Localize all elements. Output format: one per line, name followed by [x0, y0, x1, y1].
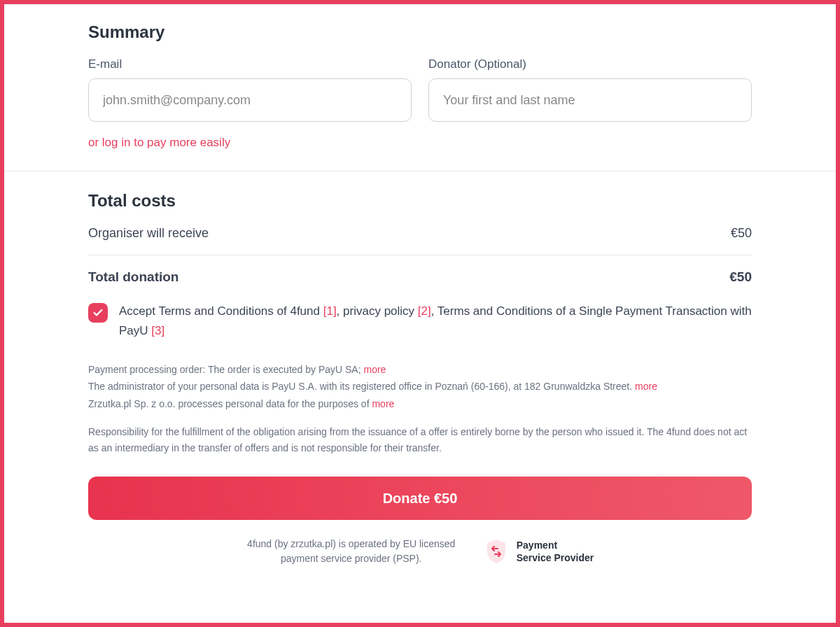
terms-part2: , privacy policy	[337, 304, 418, 318]
psp-line2: Service Provider	[517, 551, 594, 564]
terms-row: Accept Terms and Conditions of 4fund [1]…	[88, 302, 752, 341]
costs-heading: Total costs	[88, 191, 752, 211]
psp-line1: Payment	[517, 539, 594, 551]
email-group: E-mail	[88, 57, 412, 122]
organiser-label: Organiser will receive	[88, 226, 209, 241]
terms-text: Accept Terms and Conditions of 4fund [1]…	[119, 302, 752, 341]
fine-print: Payment processing order: The order is e…	[88, 362, 752, 456]
total-row: Total donation €50	[88, 269, 752, 285]
email-label: E-mail	[88, 57, 412, 71]
psp-badge: Payment Service Provider	[484, 538, 594, 565]
donator-group: Donator (Optional)	[428, 57, 752, 122]
summary-section: Summary E-mail Donator (Optional) or log…	[4, 4, 836, 171]
more-link-1[interactable]: more	[364, 364, 386, 375]
donate-button[interactable]: Donate €50	[88, 477, 752, 520]
donator-label: Donator (Optional)	[428, 57, 752, 71]
terms-part1: Accept Terms and Conditions of 4fund	[119, 304, 323, 318]
fine-line2: The administrator of your personal data …	[88, 381, 635, 392]
psp-label: Payment Service Provider	[517, 539, 594, 564]
terms-checkbox[interactable]	[88, 303, 108, 323]
summary-heading: Summary	[88, 22, 752, 42]
more-link-3[interactable]: more	[372, 398, 394, 409]
fine-line3: Zrzutka.pl Sp. z o.o. processes personal…	[88, 398, 372, 409]
total-label: Total donation	[88, 269, 178, 285]
footer-operated-by: 4fund (by zrzutka.pl) is operated by EU …	[246, 537, 456, 566]
donator-input[interactable]	[428, 78, 752, 122]
organiser-row: Organiser will receive €50	[88, 226, 752, 255]
total-amount: €50	[729, 269, 752, 285]
costs-section: Total costs Organiser will receive €50 T…	[4, 171, 836, 583]
terms-ref2[interactable]: [2]	[418, 304, 431, 318]
terms-ref3[interactable]: [3]	[151, 324, 164, 337]
footer: 4fund (by zrzutka.pl) is operated by EU …	[88, 537, 752, 566]
fine-responsibility: Responsibility for the fulfillment of th…	[88, 424, 752, 456]
email-input[interactable]	[88, 78, 412, 122]
more-link-2[interactable]: more	[635, 381, 657, 392]
check-icon	[92, 307, 104, 318]
fine-line1: Payment processing order: The order is e…	[88, 364, 364, 375]
shield-icon	[484, 538, 508, 565]
login-link[interactable]: or log in to pay more easily	[88, 136, 230, 150]
terms-ref1[interactable]: [1]	[323, 304, 337, 318]
organiser-amount: €50	[731, 226, 752, 241]
